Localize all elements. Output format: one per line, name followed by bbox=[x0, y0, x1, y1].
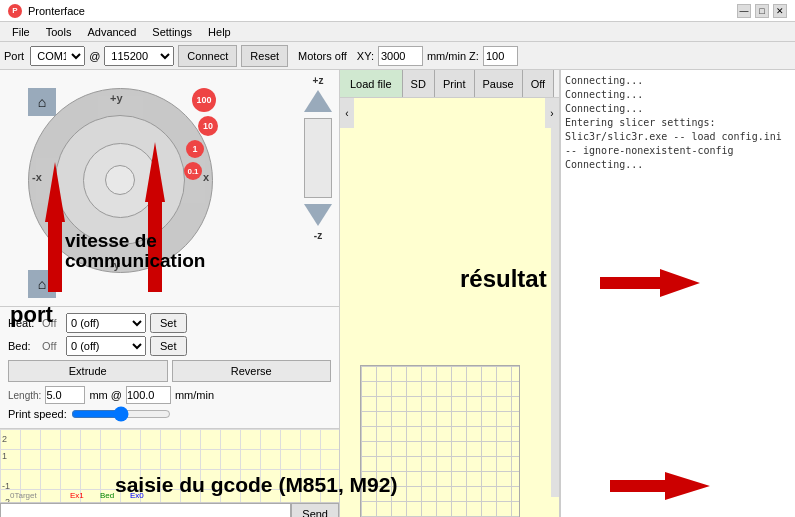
chart-area: 2 1 -1 -2 0Target Ex1 Bed Ex0 bbox=[0, 428, 339, 502]
off-button[interactable]: Off bbox=[523, 70, 554, 97]
top-btn-row: Load file SD Print Pause Off bbox=[340, 70, 559, 98]
heat-off-status: Off bbox=[42, 317, 62, 329]
menubar: File Tools Advanced Settings Help bbox=[0, 22, 795, 42]
reset-button[interactable]: Reset bbox=[241, 45, 288, 67]
z-minus-label: -z bbox=[314, 230, 322, 241]
mm-min-unit: mm/min bbox=[175, 389, 214, 401]
bed-off-status: Off bbox=[42, 340, 62, 352]
middle-scrollbar[interactable] bbox=[551, 98, 559, 497]
chart-grid bbox=[0, 429, 339, 502]
xy-label: XY: bbox=[357, 50, 374, 62]
jog-x-minus-btn[interactable] bbox=[36, 158, 71, 203]
toolbar: Port COM1 @ 115200 Connect Reset Motors … bbox=[0, 42, 795, 70]
z-up-button[interactable] bbox=[304, 90, 332, 112]
left-panel: ⌂ +y -y x -x bbox=[0, 70, 340, 517]
console-line-4: Entering slicer settings: bbox=[565, 116, 791, 130]
print-speed-label: Print speed: bbox=[8, 408, 67, 420]
baud-select[interactable]: 115200 bbox=[104, 46, 174, 66]
bed-set-button[interactable]: Set bbox=[150, 336, 187, 356]
console-line-2: Connecting... bbox=[565, 88, 791, 102]
controls-wrapper: ⌂ +y -y x -x bbox=[0, 70, 339, 306]
print-speed-row: Print speed: bbox=[8, 406, 331, 422]
jog-y-plus-btn[interactable] bbox=[98, 96, 143, 131]
chart-ex0-label: Ex0 bbox=[130, 491, 144, 500]
console-line-6: Connecting... bbox=[565, 158, 791, 172]
jog-pad: +y -y x -x bbox=[28, 88, 213, 273]
length-row: Length: mm @ mm/min bbox=[8, 386, 331, 404]
scroll-right-button[interactable]: › bbox=[545, 98, 559, 128]
window-title: Pronterface bbox=[28, 5, 85, 17]
minimize-button[interactable]: — bbox=[737, 4, 751, 18]
xy-input[interactable] bbox=[378, 46, 423, 66]
console-line-3: Connecting... bbox=[565, 102, 791, 116]
titlebar: P Pronterface — □ ✕ bbox=[0, 0, 795, 22]
pause-button[interactable]: Pause bbox=[475, 70, 523, 97]
chart-bed-label: Bed bbox=[100, 491, 114, 500]
mm-at-label: mm @ bbox=[89, 389, 122, 401]
speed-1-badge[interactable]: 1 bbox=[186, 140, 204, 158]
jog-y-minus-btn[interactable] bbox=[98, 230, 143, 265]
close-button[interactable]: ✕ bbox=[773, 4, 787, 18]
length-label: Length: bbox=[8, 390, 41, 401]
speed-100-badge[interactable]: 100 bbox=[192, 88, 216, 112]
home-bottom-button[interactable]: ⌂ bbox=[28, 270, 56, 298]
motors-label: Motors off bbox=[298, 50, 347, 62]
middle-panel: Load file SD Print Pause Off ‹ › bbox=[340, 70, 560, 517]
chart-target-label: 0Target bbox=[10, 491, 37, 500]
length-input[interactable] bbox=[45, 386, 85, 404]
main-area: ⌂ +y -y x -x bbox=[0, 70, 795, 517]
bottom-controls: Heat: Off 0 (off) Set Bed: Off 0 (off) S… bbox=[0, 306, 339, 428]
heat-label: Heat: bbox=[8, 317, 38, 329]
menu-settings[interactable]: Settings bbox=[144, 24, 200, 40]
send-button[interactable]: Send bbox=[291, 503, 339, 517]
speed-10-badge[interactable]: 10 bbox=[198, 116, 218, 136]
heat-select[interactable]: 0 (off) bbox=[66, 313, 146, 333]
chart-y-1: 1 bbox=[2, 451, 7, 461]
console-line-1: Connecting... bbox=[565, 74, 791, 88]
menu-tools[interactable]: Tools bbox=[38, 24, 80, 40]
preview-grid bbox=[360, 365, 520, 517]
app-icon: P bbox=[8, 4, 22, 18]
reverse-button[interactable]: Reverse bbox=[172, 360, 332, 382]
bed-select[interactable]: 0 (off) bbox=[66, 336, 146, 356]
maximize-button[interactable]: □ bbox=[755, 4, 769, 18]
scroll-left-button[interactable]: ‹ bbox=[340, 98, 354, 128]
titlebar-left: P Pronterface bbox=[8, 4, 85, 18]
z-input[interactable] bbox=[483, 46, 518, 66]
heat-set-button[interactable]: Set bbox=[150, 313, 187, 333]
menu-advanced[interactable]: Advanced bbox=[79, 24, 144, 40]
right-panel: Connecting... Connecting... Connecting..… bbox=[560, 70, 795, 517]
z-plus-label: +z bbox=[313, 75, 324, 86]
print-speed-slider[interactable] bbox=[71, 406, 171, 422]
port-select[interactable]: COM1 bbox=[30, 46, 85, 66]
preview-area bbox=[340, 98, 559, 517]
menu-file[interactable]: File bbox=[4, 24, 38, 40]
console-area[interactable]: Connecting... Connecting... Connecting..… bbox=[560, 70, 795, 517]
z-down-button[interactable] bbox=[304, 204, 332, 226]
mm-min-label: mm/min Z: bbox=[427, 50, 479, 62]
xy-area: ⌂ +y -y x -x bbox=[8, 78, 248, 298]
jog-ring-center bbox=[105, 165, 135, 195]
z-controls: +z -z bbox=[297, 75, 339, 241]
baud-symbol: @ bbox=[89, 50, 100, 62]
window-controls: — □ ✕ bbox=[737, 4, 787, 18]
speed-01-badge[interactable]: 0.1 bbox=[184, 162, 202, 180]
chart-y-n1: -1 bbox=[2, 481, 10, 491]
bed-row: Bed: Off 0 (off) Set bbox=[8, 336, 331, 356]
heat-row: Heat: Off 0 (off) Set bbox=[8, 313, 331, 333]
extrude-button[interactable]: Extrude bbox=[8, 360, 168, 382]
z-slider[interactable] bbox=[304, 118, 332, 198]
print-button[interactable]: Print bbox=[435, 70, 475, 97]
chart-ex1-label: Ex1 bbox=[70, 491, 84, 500]
gcode-input[interactable] bbox=[0, 503, 291, 517]
load-file-button[interactable]: Load file bbox=[340, 70, 403, 97]
speed-input[interactable] bbox=[126, 386, 171, 404]
connect-button[interactable]: Connect bbox=[178, 45, 237, 67]
bed-label: Bed: bbox=[8, 340, 38, 352]
menu-help[interactable]: Help bbox=[200, 24, 239, 40]
console-line-5: Slic3r/slic3r.exe -- load config.ini -- … bbox=[565, 130, 791, 158]
port-label: Port bbox=[4, 50, 24, 62]
chart-y-2: 2 bbox=[2, 434, 7, 444]
sd-button[interactable]: SD bbox=[403, 70, 435, 97]
chart-y-n2: -2 bbox=[2, 497, 10, 502]
